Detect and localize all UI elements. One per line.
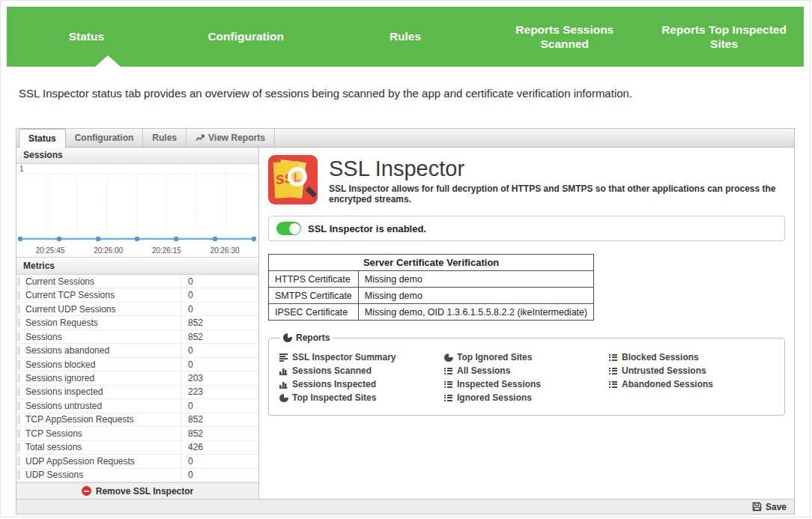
top-navbar: Status Configuration Rules Reports Sessi…: [7, 7, 804, 67]
cert-status: Missing demo, OID 1.3.6.1.5.5.8.2.2 (ike…: [358, 304, 593, 321]
page-description: SSL Inspector status tab provides an ove…: [19, 87, 792, 100]
report-link-label: Inspected Sessions: [457, 379, 541, 389]
metric-row: UDP AppSession Requests 0: [16, 455, 258, 468]
panel-tab-status[interactable]: Status: [19, 129, 66, 148]
panel-tabstrip: Status Configuration Rules View Reports: [16, 129, 794, 148]
pie-chart-icon: [283, 333, 292, 342]
active-tab-notch: [95, 55, 121, 67]
report-link-label: Top Inspected Sites: [292, 392, 376, 403]
metric-row: Current UDP Sessions 0: [16, 303, 258, 316]
remove-ssl-inspector-button[interactable]: Remove SSL Inspector: [16, 482, 258, 499]
metric-label: Current Sessions: [25, 275, 181, 288]
metric-value: 0: [181, 359, 258, 370]
report-link[interactable]: SSL Inspector Summary: [279, 350, 444, 364]
metric-value: 426: [181, 442, 258, 452]
panel-tab-configuration[interactable]: Configuration: [66, 129, 144, 147]
report-link-label: Top Ignored Sites: [457, 352, 532, 362]
remove-button-label: Remove SSL Inspector: [96, 486, 194, 497]
chart-ymax-label: 1: [19, 165, 24, 173]
report-icon: [279, 380, 288, 389]
report-link[interactable]: Abandoned Sessions: [609, 377, 774, 391]
reports-column-3: Blocked Sessions Untrusted Sessions: [609, 350, 774, 404]
metric-row: TCP AppSession Requests 852: [16, 413, 258, 427]
nav-tab-configuration[interactable]: Configuration: [166, 7, 326, 67]
cert-table-row: SMTPS Certificate Missing demo: [269, 288, 594, 304]
metric-row: Sessions blocked 0: [16, 358, 258, 371]
magnifier-handle-icon: [306, 186, 318, 198]
enabled-status-text: SSL Inspector is enabled.: [308, 223, 426, 234]
nav-tab-reports-sessions-scanned[interactable]: Reports Sessions Scanned: [485, 7, 644, 67]
report-link[interactable]: All Sessions: [444, 364, 609, 377]
metric-value: 0: [181, 304, 258, 315]
metric-label: UDP Sessions: [25, 469, 181, 482]
metric-label: Current TCP Sessions: [25, 288, 181, 301]
report-link-label: Blocked Sessions: [622, 352, 699, 362]
cert-status: Missing demo: [358, 271, 593, 288]
panel-tab-configuration-label: Configuration: [75, 133, 134, 143]
report-icon: [444, 367, 453, 375]
server-certificate-verification-table: Server Certificate Verification HTTPS Ce…: [268, 254, 594, 321]
metric-row: UDP Sessions 0: [16, 469, 258, 482]
save-button[interactable]: Save: [752, 502, 787, 512]
metric-label: TCP Sessions: [25, 427, 181, 440]
metric-label: TCP AppSession Requests: [25, 413, 181, 426]
app-titles: SSL Inspector SSL Inspector allows for f…: [329, 155, 785, 204]
metric-row: Current TCP Sessions 0: [16, 288, 258, 302]
metric-value: 852: [181, 318, 258, 328]
metrics-section-header: Metrics: [16, 257, 258, 275]
metric-label: Sessions blocked: [25, 358, 181, 371]
metric-label: Sessions untrusted: [25, 399, 181, 412]
metric-value: 0: [181, 401, 258, 411]
report-link[interactable]: Sessions Inspected: [279, 377, 444, 391]
enabled-status-box: SSL Inspector is enabled.: [268, 216, 785, 241]
panel-tab-view-reports[interactable]: View Reports: [187, 129, 275, 147]
cert-table-body: HTTPS Certificate Missing demo SMTPS Cer…: [269, 271, 594, 321]
report-link[interactable]: Untrusted Sessions: [609, 364, 774, 377]
nav-tab-status[interactable]: Status: [7, 7, 166, 67]
report-icon: [609, 353, 618, 362]
metric-label: Sessions: [25, 330, 181, 343]
nav-tab-rules-label: Rules: [390, 29, 421, 43]
metric-row: Sessions ignored 203: [16, 371, 258, 385]
save-icon: [752, 502, 762, 512]
metric-label: Sessions ignored: [25, 371, 181, 384]
report-icon: [444, 394, 453, 402]
reports-legend: Reports: [279, 333, 333, 343]
cert-table-row: HTTPS Certificate Missing demo: [269, 271, 594, 288]
metric-value: 852: [181, 332, 258, 342]
nav-tab-configuration-label: Configuration: [207, 29, 284, 43]
left-column: Sessions 1: [16, 148, 259, 499]
save-button-label: Save: [766, 502, 787, 512]
chart-x-tick: 20:26:00: [94, 246, 123, 255]
right-column: SSL SSL Inspector SSL Inspector allows f…: [259, 148, 794, 499]
panel-main-region: Sessions 1: [16, 148, 794, 499]
nav-tab-rules[interactable]: Rules: [326, 7, 485, 67]
report-link[interactable]: Top Inspected Sites: [279, 391, 444, 404]
cert-table-row: IPSEC Certificate Missing demo, OID 1.3.…: [269, 304, 594, 321]
metric-label: Current UDP Sessions: [25, 303, 181, 315]
metric-row: Sessions inspected 223: [16, 386, 258, 399]
metric-label: UDP AppSession Requests: [25, 455, 181, 467]
cert-type: HTTPS Certificate: [269, 271, 359, 288]
metric-value: 852: [181, 414, 258, 425]
metric-row: Sessions 852: [16, 330, 258, 344]
panel-tab-rules[interactable]: Rules: [143, 129, 187, 147]
cert-type: IPSEC Certificate: [269, 304, 359, 321]
report-icon: [444, 380, 453, 389]
remove-icon: [82, 486, 91, 496]
report-link-label: Untrusted Sessions: [622, 365, 706, 376]
enabled-toggle[interactable]: [276, 222, 301, 235]
sessions-chart-svg: [18, 165, 256, 243]
cert-status: Missing demo: [358, 288, 593, 304]
nav-tab-reports-top-inspected-sites[interactable]: Reports Top Inspected Sites: [644, 7, 804, 67]
report-link[interactable]: Inspected Sessions: [444, 377, 609, 391]
cert-type: SMTPS Certificate: [269, 288, 359, 304]
metric-value: 0: [181, 470, 258, 480]
report-link[interactable]: Blocked Sessions: [609, 350, 774, 364]
report-link[interactable]: Ignored Sessions: [444, 391, 609, 404]
panel-footer: Save: [16, 499, 794, 514]
report-link[interactable]: Sessions Scanned: [279, 364, 444, 377]
report-link[interactable]: Top Ignored Sites: [444, 350, 609, 364]
nav-tab-reports-top-inspected-sites-label: Reports Top Inspected Sites: [658, 22, 790, 52]
metric-value: 223: [181, 386, 258, 397]
